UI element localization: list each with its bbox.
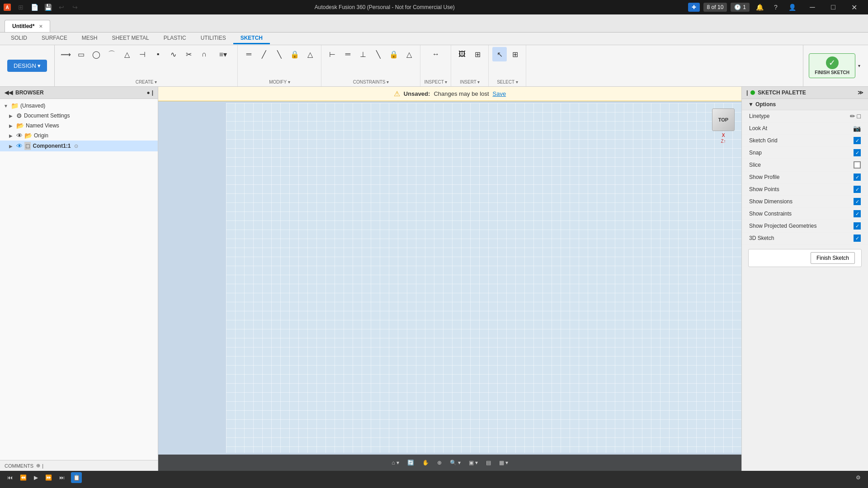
modify-lock-tool[interactable]: 🔒 <box>288 47 302 61</box>
sketch-grid-checkbox[interactable]: ✓ <box>854 137 861 144</box>
undo-arrow-btn[interactable]: ↪ <box>69 1 81 14</box>
playback-next-btn[interactable]: ⏩ <box>42 474 55 482</box>
maximize-btn[interactable]: □ <box>823 0 844 14</box>
show-projected-checkbox[interactable]: ✓ <box>854 222 861 230</box>
help-icon[interactable]: ? <box>769 1 782 14</box>
design-dropdown-btn[interactable]: DESIGN ▾ <box>7 60 47 72</box>
rcat-sheet-metal[interactable]: SHEET METAL <box>104 33 156 44</box>
rcat-utilities[interactable]: UTILITIES <box>193 33 233 44</box>
rcat-mesh[interactable]: MESH <box>75 33 105 44</box>
constraint-coincident-tool[interactable]: ⊢ <box>325 47 340 61</box>
show-constraints-checkbox[interactable]: ✓ <box>854 210 861 217</box>
playback-last-btn[interactable]: ⏭ <box>57 474 67 482</box>
constraint-tangent-tool[interactable]: ╲ <box>371 47 386 61</box>
finish-sketch-palette-btn[interactable]: Finish Sketch <box>811 252 855 264</box>
create-line-tool[interactable]: ⟿ <box>58 47 73 61</box>
create-arc-tool[interactable]: ⌒ <box>104 47 119 61</box>
collapse-icon[interactable]: ◀◀ <box>5 89 13 96</box>
tree-item-origin[interactable]: ▶ 👁 📂 Origin <box>0 131 158 141</box>
view-home-btn[interactable]: ⌂ ▾ <box>389 459 401 467</box>
modify-stretch-tool[interactable]: ╲ <box>272 47 287 61</box>
browser-hide-icon[interactable]: ● <box>146 89 150 96</box>
palette-expand-icon[interactable]: ≫ <box>858 89 863 96</box>
insert-image-tool[interactable]: 🖼 <box>455 47 469 61</box>
tree-item-root[interactable]: ▼ 📁 (Unsaved) <box>0 101 158 111</box>
palette-section-options[interactable]: ▼ Options <box>742 99 868 110</box>
tree-item-doc-settings[interactable]: ▶ ⚙ Document Settings <box>0 111 158 121</box>
playback-first-btn[interactable]: ⏮ <box>5 474 15 482</box>
select-cursor-tool[interactable]: ↖ <box>492 47 507 61</box>
view-zoom-btn[interactable]: ⊕ <box>434 459 444 467</box>
view-orbit-btn[interactable]: 🔄 <box>405 459 417 467</box>
linetype-square-icon[interactable]: □ <box>857 113 861 120</box>
view-cube-face[interactable]: TOP <box>712 108 735 131</box>
create-circle-tool[interactable]: ◯ <box>89 47 104 61</box>
view-fit-btn[interactable]: 🔍 ▾ <box>447 459 463 467</box>
tree-item-component[interactable]: ▶ 👁 □ Component1:1 ⊙ <box>0 141 158 151</box>
3d-sketch-checkbox[interactable]: ✓ <box>854 235 861 242</box>
select-window-tool[interactable]: ⊞ <box>508 47 522 61</box>
linetype-pencil-icon[interactable]: ✏ <box>850 113 855 120</box>
rcat-surface[interactable]: SURFACE <box>34 33 75 44</box>
view-display-btn[interactable]: ▣ ▾ <box>466 459 481 467</box>
tab-untitled[interactable]: Untitled* ✕ <box>5 20 50 32</box>
tree-item-named-views[interactable]: ▶ 📂 Named Views <box>0 121 158 131</box>
view-more-btn[interactable]: ▦ ▾ <box>496 459 511 467</box>
create-polygon-tool[interactable]: △ <box>120 47 134 61</box>
constraint-horizontal-tool[interactable]: ═ <box>340 47 355 61</box>
playback-play-btn[interactable]: ▶ <box>31 474 41 482</box>
modify-mirror-tool[interactable]: ═ <box>241 47 256 61</box>
new-file-btn[interactable]: 📄 <box>28 1 41 14</box>
show-dimensions-checkbox[interactable]: ✓ <box>854 198 861 205</box>
create-point-tool[interactable]: ▪ <box>151 47 165 61</box>
bell-icon[interactable]: 🔔 <box>753 1 766 14</box>
settings-btn[interactable]: ⚙ <box>853 474 863 482</box>
tree-icon-visibility[interactable]: 👁 <box>16 142 23 150</box>
file-counter[interactable]: 8 of 10 <box>703 3 727 12</box>
clock-btn[interactable]: 🕐 1 <box>731 3 750 12</box>
rcat-solid[interactable]: SOLID <box>4 33 34 44</box>
comments-expand-icon[interactable]: | <box>42 463 43 469</box>
create-rect-tool[interactable]: ▭ <box>74 47 88 61</box>
playback-prev-btn[interactable]: ⏪ <box>17 474 29 482</box>
sketch-canvas: ⌀5.20 ⌀3.20 ⌀3.20 ⌀3.20 45.00 <box>226 103 741 453</box>
modify-more-tool[interactable]: △ <box>303 47 317 61</box>
minimize-btn[interactable]: ─ <box>802 0 823 14</box>
show-points-checkbox[interactable]: ✓ <box>854 186 861 193</box>
create-more-tool[interactable]: ≡▾ <box>212 47 234 61</box>
rcat-sketch[interactable]: SKETCH <box>233 33 270 44</box>
rcat-plastic[interactable]: PLASTIC <box>156 33 193 44</box>
look-at-icon[interactable]: 📷 <box>853 125 861 132</box>
finish-sketch-btn[interactable]: ✓ FINISH SKETCH <box>809 53 855 78</box>
tab-close-icon[interactable]: ✕ <box>39 24 42 29</box>
view-pan-btn[interactable]: ✋ <box>420 459 432 467</box>
create-fillet-tool[interactable]: ∩ <box>197 47 211 61</box>
inspect-measure-tool[interactable]: ↔ <box>425 47 447 61</box>
nav-grid-btn[interactable]: ⊞ <box>14 1 27 14</box>
timeline-icon[interactable]: 📋 <box>71 472 82 483</box>
undo-btn[interactable]: ↩ <box>55 1 68 14</box>
snap-checkbox[interactable]: ✓ <box>854 149 861 156</box>
browser-more-icon[interactable]: | <box>152 89 153 96</box>
constraint-more-tool[interactable]: △ <box>402 47 416 61</box>
user-icon[interactable]: 👤 <box>786 1 798 14</box>
constraint-fix-tool[interactable]: 🔒 <box>387 47 401 61</box>
view-cube[interactable]: TOP X Z↑ <box>710 108 737 145</box>
create-offset-tool[interactable]: ⊣ <box>135 47 150 61</box>
view-grid-btn[interactable]: ▤ <box>483 459 494 467</box>
insert-dxf-tool[interactable]: ⊞ <box>470 47 485 61</box>
comments-add-icon[interactable]: ⊕ <box>36 463 40 469</box>
finish-sketch-dropdown-btn[interactable]: ▾ <box>855 55 863 77</box>
slice-checkbox[interactable] <box>854 161 861 169</box>
save-btn[interactable]: 💾 <box>42 1 54 14</box>
add-new-btn[interactable]: ✚ <box>688 3 700 12</box>
show-profile-checkbox[interactable]: ✓ <box>854 174 861 181</box>
palette-collapse-icon[interactable]: | <box>746 89 748 96</box>
browser-header: ◀◀ BROWSER ● | <box>0 87 158 99</box>
save-link[interactable]: Save <box>493 90 506 97</box>
modify-scale-tool[interactable]: ╱ <box>257 47 271 61</box>
close-btn[interactable]: ✕ <box>844 0 864 14</box>
create-spline-tool[interactable]: ∿ <box>166 47 180 61</box>
create-trim-tool[interactable]: ✂ <box>181 47 196 61</box>
constraint-perpendicular-tool[interactable]: ⊥ <box>356 47 370 61</box>
